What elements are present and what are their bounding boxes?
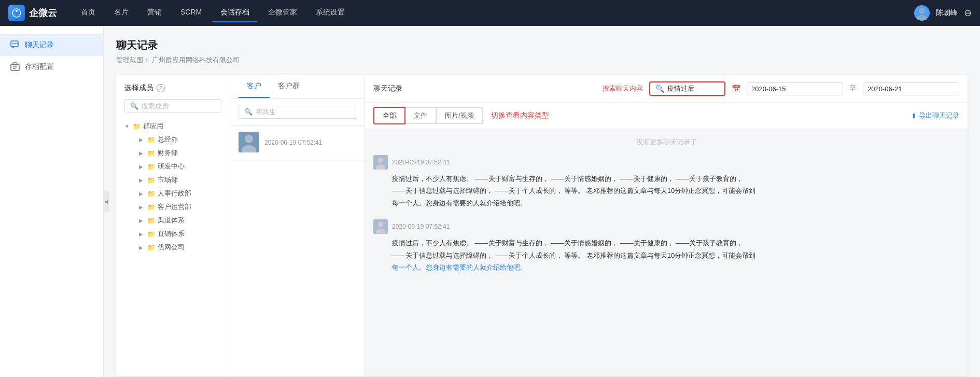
sidebar-item-archive[interactable]: 存档配置: [0, 56, 103, 78]
chat-icon: [10, 40, 20, 50]
avatar: [914, 5, 930, 21]
msg-header: 2020-06-19 07:52:41: [373, 155, 959, 170]
chat-search-box: 🔍: [649, 81, 725, 96]
tree-label-8: 优网公司: [158, 243, 185, 252]
folder-icon-1: 📁: [147, 149, 156, 157]
calendar-icon: 📅: [732, 85, 740, 93]
msg-content-2: 疫情过后，不少人有焦虑。 ——关于财富与生存的， ——关于情感婚姻的， ——关于…: [373, 237, 959, 273]
msg-time-2: 2020-06-19 07:52:41: [392, 223, 450, 230]
tree-label-0: 总经办: [158, 135, 178, 144]
chat-panel-title: 聊天记录: [373, 84, 402, 93]
nav-home[interactable]: 首页: [73, 4, 104, 22]
folder-icon-0: 📁: [147, 136, 156, 144]
tree-node-4[interactable]: ▶ 📁 人事行政部: [139, 187, 221, 200]
svg-point-8: [15, 43, 16, 44]
svg-rect-10: [11, 64, 19, 71]
folder-icon-4: 📁: [147, 190, 156, 198]
tree-node-3[interactable]: ▶ 📁 市场部: [139, 173, 221, 187]
svg-point-15: [245, 135, 253, 143]
subtitle-prefix: 管理范围：: [116, 56, 150, 64]
svg-point-4: [919, 8, 925, 14]
nav-scrm[interactable]: SCRM: [172, 4, 210, 22]
date-to-input[interactable]: [863, 82, 959, 95]
tree-node-2[interactable]: ▶ 📁 研发中心: [139, 160, 221, 173]
date-separator: 至: [849, 84, 857, 93]
customer-avatar: [239, 132, 259, 152]
customer-search-input[interactable]: [256, 108, 351, 116]
folder-icon-3: 📁: [147, 176, 156, 184]
archive-icon: [10, 62, 20, 72]
customer-search-box: 🔍: [239, 105, 356, 119]
search-annotation: 搜索聊天内容: [603, 84, 643, 93]
svg-rect-11: [13, 63, 17, 65]
export-button[interactable]: ⬆ 导出聊天记录: [911, 111, 959, 120]
sidebar-item-chat[interactable]: 聊天记录: [0, 34, 103, 56]
message-item: 2020-06-19 07:52:41 疫情过后，不少人有焦虑。 ——关于财富与…: [373, 155, 959, 209]
export-label: 导出聊天记录: [919, 111, 959, 120]
date-from-input[interactable]: [747, 82, 843, 95]
nav-menu: 首页 名片 营销 SCRM 会话存档 企微管家 系统设置: [73, 4, 914, 22]
tab-customer-group[interactable]: 客户群: [270, 75, 308, 98]
tree-node-8[interactable]: ▶ 📁 优网公司: [139, 241, 221, 254]
tree-label-7: 直销体系: [158, 229, 185, 239]
nav-chat-archive[interactable]: 会话存档: [212, 4, 258, 22]
sidebar-toggle[interactable]: ◀: [103, 191, 109, 212]
content-type-media[interactable]: 图片/视频: [436, 107, 483, 124]
page-subtitle: 管理范围： 广州群应用网络科技有限公司: [116, 55, 968, 65]
nav-settings[interactable]: 系统设置: [307, 4, 353, 22]
main-content: 聊天记录 管理范围： 广州群应用网络科技有限公司 选择成员 ? 🔍 ▼: [104, 26, 980, 377]
chat-search-input[interactable]: [667, 85, 719, 93]
tree-label-2: 研发中心: [158, 162, 185, 171]
tree-label-6: 渠道体系: [158, 216, 185, 225]
svg-point-7: [12, 43, 13, 44]
logo[interactable]: 企微云: [8, 5, 57, 21]
help-icon[interactable]: ?: [157, 84, 165, 92]
subtitle-company: 广州群应用网络科技有限公司: [152, 56, 240, 64]
folder-icon-2: 📁: [147, 163, 156, 171]
type-switch-annotation: 切换查看内容类型: [491, 111, 549, 120]
tree-node-5[interactable]: ▶ 📁 客户运营部: [139, 200, 221, 214]
folder-icon-8: 📁: [147, 244, 156, 252]
tab-customer[interactable]: 客户: [239, 75, 270, 98]
member-search-icon: 🔍: [130, 102, 138, 110]
tree-label-1: 财务部: [158, 148, 178, 158]
tree-node-6[interactable]: ▶ 📁 渠道体系: [139, 214, 221, 227]
tree-root[interactable]: ▼ 📁 群应用: [124, 119, 221, 133]
svg-point-3: [18, 13, 20, 16]
tree-children: ▶ 📁 总经办 ▶ 📁 财务部 ▶ 📁 研发中心: [135, 133, 221, 254]
folder-icon-5: 📁: [147, 203, 156, 211]
tree-node-1[interactable]: ▶ 📁 财务部: [139, 146, 221, 160]
logout-icon[interactable]: ⊖: [964, 7, 972, 19]
content-panel: 选择成员 ? 🔍 ▼ 📁 群应用 ▶: [116, 75, 968, 376]
msg-content-1: 疫情过后，不少人有焦虑。 ——关于财富与生存的， ——关于情感婚姻的， ——关于…: [373, 173, 959, 209]
member-search-box: 🔍: [124, 99, 221, 113]
nav-marketing[interactable]: 营销: [139, 4, 170, 22]
msg-avatar: [373, 155, 388, 170]
customer-item[interactable]: 2020-06-19 07:52:41: [230, 125, 365, 159]
nav-card[interactable]: 名片: [106, 4, 137, 22]
customer-tabs: 客户 客户群: [230, 75, 365, 99]
sidebar-archive-label: 存档配置: [25, 62, 54, 72]
customer-panel: 客户 客户群 🔍: [230, 75, 365, 376]
root-folder-icon: 📁: [133, 122, 141, 130]
content-type-all[interactable]: 全部: [373, 107, 405, 124]
tree-root-label: 群应用: [143, 121, 163, 131]
member-search-input[interactable]: [142, 102, 216, 110]
top-nav: 企微云 首页 名片 营销 SCRM 会话存档 企微管家 系统设置 陈朝峰 ⊖: [0, 0, 980, 26]
svg-point-18: [378, 158, 383, 163]
msg-time-1: 2020-06-19 07:52:41: [392, 159, 450, 166]
customer-search: 🔍: [230, 99, 365, 125]
tree-node-7[interactable]: ▶ 📁 直销体系: [139, 227, 221, 241]
content-type-file[interactable]: 文件: [405, 107, 436, 124]
member-panel: 选择成员 ? 🔍 ▼ 📁 群应用 ▶: [116, 75, 230, 376]
tree-node-0[interactable]: ▶ 📁 总经办: [139, 133, 221, 146]
nav-manager[interactable]: 企微管家: [260, 4, 305, 22]
member-panel-title: 选择成员 ?: [124, 83, 221, 93]
sidebar-chat-label: 聊天记录: [25, 40, 54, 50]
customer-list: 2020-06-19 07:52:41: [230, 125, 365, 159]
member-tree: ▼ 📁 群应用 ▶ 📁 总经办 ▶ 📁 财务部: [124, 119, 221, 254]
svg-point-21: [378, 222, 383, 227]
msg-avatar-2: [373, 219, 388, 234]
svg-point-1: [16, 10, 18, 12]
svg-point-9: [17, 43, 18, 44]
